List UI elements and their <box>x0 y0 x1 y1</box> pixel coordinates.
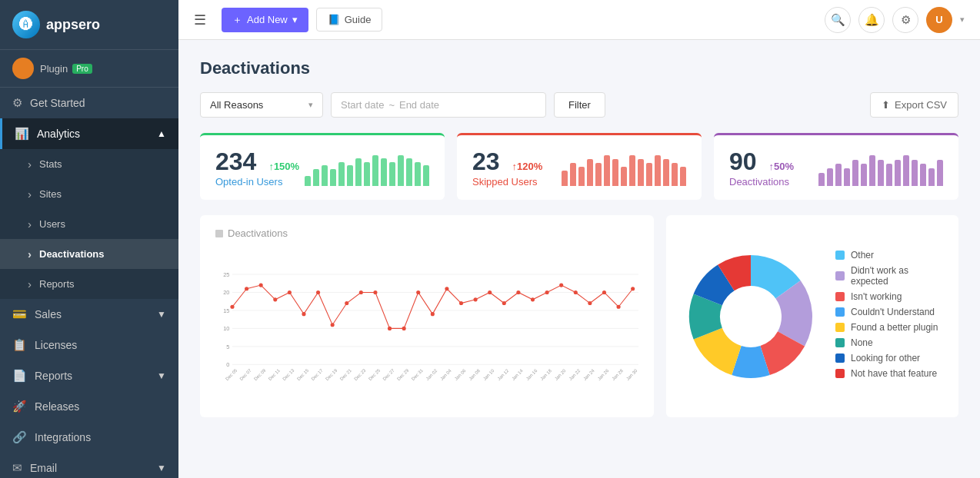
user-avatar[interactable]: U <box>926 7 952 33</box>
data-point <box>545 290 549 294</box>
data-point <box>559 284 563 287</box>
svg-text:25: 25 <box>223 271 229 278</box>
mini-bar <box>680 167 686 186</box>
date-range[interactable]: Start date ~ End date <box>331 92 546 118</box>
sidebar-item-reports-sub[interactable]: › Reports <box>0 269 178 299</box>
export-label: Export CSV <box>895 99 947 111</box>
legend-item: Other <box>835 250 943 261</box>
sidebar-item-users[interactable]: › Users <box>0 209 178 239</box>
donut-svg <box>682 247 820 386</box>
legend-label: Isn't working <box>851 291 902 302</box>
data-point <box>445 287 448 290</box>
opted-in-label: Opted-in Users <box>215 176 299 188</box>
legend-label: None <box>851 337 873 348</box>
mini-bar <box>305 176 311 186</box>
data-point <box>602 290 606 294</box>
search-button[interactable]: 🔍 <box>825 7 851 33</box>
svg-text:Jan 10: Jan 10 <box>482 368 495 381</box>
svg-text:Dec 05: Dec 05 <box>225 367 238 381</box>
filter-button[interactable]: Filter <box>554 92 605 118</box>
mini-bar <box>604 155 610 186</box>
chevron-up-icon: ▲ <box>157 128 166 139</box>
mini-bar <box>313 169 319 186</box>
reason-select[interactable]: All Reasons ▾ <box>200 92 323 118</box>
sidebar-item-analytics[interactable]: 📊 Analytics ▲ <box>0 118 178 149</box>
svg-text:5: 5 <box>226 344 229 350</box>
svg-text:Jan 26: Jan 26 <box>597 368 610 381</box>
plugin-badge: Plugin Pro <box>0 50 178 88</box>
data-point <box>431 312 435 316</box>
arrow-icon: › <box>28 188 32 201</box>
notifications-button[interactable]: 🔔 <box>858 7 885 33</box>
sidebar-item-licenses[interactable]: 📋 Licenses <box>0 330 178 360</box>
svg-text:Dec 31: Dec 31 <box>411 368 424 381</box>
mini-bar <box>355 158 362 186</box>
legend-dot <box>835 292 845 301</box>
sidebar-item-label: Analytics <box>37 128 80 140</box>
stat-top-skipped: 23 ↑120% Skipped Users <box>472 148 686 188</box>
sidebar-item-get-started[interactable]: ⚙ Get Started <box>0 88 178 118</box>
svg-text:Jan 06: Jan 06 <box>454 368 467 381</box>
plus-icon: ＋ <box>232 13 242 27</box>
mini-bar <box>928 168 935 186</box>
add-new-button[interactable]: ＋ Add New ▾ <box>222 8 308 32</box>
chevron-down-icon: ▾ <box>292 14 298 25</box>
sidebar-item-stats[interactable]: › Stats <box>0 149 178 179</box>
svg-text:Jan 08: Jan 08 <box>468 368 481 381</box>
mini-bar <box>381 158 387 186</box>
legend-label: Found a better plugin <box>851 322 938 333</box>
legend-item: Not have that feature <box>835 368 943 379</box>
svg-text:Dec 27: Dec 27 <box>382 368 395 381</box>
sidebar-item-releases[interactable]: 🚀 Releases <box>0 391 178 422</box>
filters-row: All Reasons ▾ Start date ~ End date Filt… <box>200 92 958 118</box>
svg-text:Dec 29: Dec 29 <box>396 368 409 381</box>
svg-text:Jan 22: Jan 22 <box>568 368 582 381</box>
line-chart-label: Deactivations <box>228 227 288 239</box>
line-chart-title: Deactivations <box>215 227 638 239</box>
legend-label: Didn't work as expected <box>851 265 943 287</box>
export-csv-button[interactable]: ⬆ Export CSV <box>870 92 958 118</box>
guide-button[interactable]: 📘 Guide <box>316 8 383 32</box>
mini-bar <box>330 169 336 186</box>
plugin-label: Plugin <box>40 63 68 75</box>
mini-bar <box>937 160 943 186</box>
sidebar-item-label: Integrations <box>35 431 91 443</box>
legend-dot <box>835 354 845 363</box>
sidebar-item-deactivations[interactable]: › Deactivations <box>0 239 178 269</box>
sidebar-item-sites[interactable]: › Sites <box>0 179 178 209</box>
charts-row: Deactivations 25 20 15 10 5 0 <box>200 215 958 417</box>
svg-text:Dec 19: Dec 19 <box>325 368 338 381</box>
user-chevron[interactable]: ▾ <box>960 15 965 25</box>
settings-button[interactable]: ⚙ <box>892 7 918 33</box>
svg-text:Dec 07: Dec 07 <box>238 368 252 381</box>
sidebar-item-label: Email <box>30 462 57 474</box>
end-date-placeholder: End date <box>399 99 439 111</box>
mini-bar <box>844 168 850 186</box>
svg-text:Jan 30: Jan 30 <box>625 368 638 381</box>
data-point <box>516 290 520 294</box>
sidebar-item-reports[interactable]: 📄 Reports ▼ <box>0 360 178 391</box>
mini-bar <box>655 155 661 186</box>
sidebar-item-integrations[interactable]: 🔗 Integrations <box>0 422 178 453</box>
svg-text:20: 20 <box>223 289 229 296</box>
svg-text:Dec 25: Dec 25 <box>368 367 382 381</box>
mini-bar <box>852 160 858 186</box>
mini-bar <box>663 159 669 186</box>
data-point <box>245 287 248 290</box>
legend-dot <box>835 323 845 332</box>
line-chart-card: Deactivations 25 20 15 10 5 0 <box>200 215 654 417</box>
arrow-icon: › <box>28 217 32 231</box>
sidebar-item-sales[interactable]: 💳 Sales ▼ <box>0 299 178 330</box>
legend-dot <box>835 251 845 260</box>
line-chart-svg: 25 20 15 10 5 0 Dec 05Dec 07Dec 09Dec 11… <box>215 248 638 402</box>
deact-bars <box>818 149 943 186</box>
stat-top-deact: 90 ↑50% Deactivations <box>729 148 943 188</box>
hamburger-icon[interactable]: ☰ <box>194 12 206 28</box>
svg-text:Dec 23: Dec 23 <box>353 368 366 381</box>
svg-text:Jan 16: Jan 16 <box>525 368 538 381</box>
svg-text:Jan 02: Jan 02 <box>425 368 438 381</box>
sidebar-item-email[interactable]: ✉ Email ▼ <box>0 453 178 478</box>
mini-bar <box>595 163 602 186</box>
svg-text:Jan 04: Jan 04 <box>439 368 452 381</box>
legend-dot <box>835 271 845 280</box>
